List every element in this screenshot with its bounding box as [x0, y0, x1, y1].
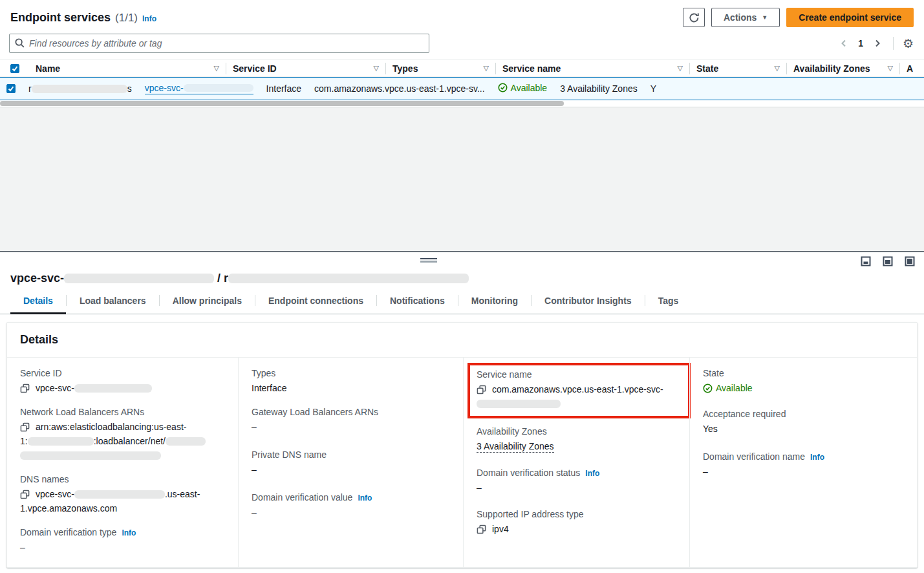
redacted-text: [477, 400, 561, 408]
redacted-text: [74, 384, 152, 393]
caret-down-icon: ▼: [762, 14, 768, 21]
status-available-icon: [703, 384, 713, 393]
service-name-highlight-box: Service name com.amazonaws.vpce.us-east-…: [467, 363, 691, 418]
panel-size-medium-icon[interactable]: [883, 256, 893, 266]
copy-icon[interactable]: [20, 384, 30, 393]
info-link[interactable]: Info: [810, 453, 824, 462]
copy-icon[interactable]: [477, 385, 486, 395]
field-domain-verification-type: Domain verification type Info –: [20, 527, 225, 554]
current-page-number: 1: [858, 38, 863, 49]
sort-icon[interactable]: ▽: [214, 64, 219, 72]
cell-service-id: vpce-svc-: [138, 83, 260, 94]
page-title: Endpoint services: [10, 11, 111, 25]
table-row[interactable]: rs vpce-svc- Interface com.amazonaws.vpc…: [0, 77, 924, 100]
sort-icon[interactable]: ▽: [374, 64, 379, 72]
field-nlb-arns: Network Load Balancers ARNs arn:aws:elas…: [20, 407, 225, 462]
details-column-3: Service name com.amazonaws.vpce.us-east-…: [463, 358, 689, 567]
actions-button[interactable]: Actions ▼: [711, 8, 780, 27]
column-header-name[interactable]: Name ▽: [29, 63, 226, 74]
cell-acceptance-partial: Y: [644, 83, 663, 94]
tab-contributor-insights[interactable]: Contributor Insights: [532, 290, 645, 314]
info-link[interactable]: Info: [122, 528, 136, 537]
detail-split-panel: vpce-svc- / r Details Load balancers All…: [0, 251, 924, 573]
copy-icon[interactable]: [20, 490, 30, 499]
row-checkbox[interactable]: [6, 84, 16, 93]
endpoint-services-table: Name ▽ Service ID ▽ Types ▽ Service name…: [0, 59, 924, 100]
copy-icon[interactable]: [477, 524, 486, 534]
tab-allow-principals[interactable]: Allow principals: [160, 290, 255, 314]
field-glb-arns: Gateway Load Balancers ARNs –: [252, 407, 450, 434]
availability-zones-popover-link[interactable]: 3 Availability Zones: [560, 83, 638, 94]
column-header-service-id[interactable]: Service ID ▽: [226, 63, 386, 74]
availability-zones-popover-link[interactable]: 3 Availability Zones: [477, 441, 554, 453]
table-toolbar: 1 ⚙: [0, 30, 924, 59]
redacted-text: [184, 84, 253, 92]
create-button-label: Create endpoint service: [799, 12, 901, 23]
redacted-text: [166, 437, 206, 446]
info-link[interactable]: Info: [585, 469, 599, 478]
info-link[interactable]: Info: [358, 493, 372, 503]
tab-load-balancers[interactable]: Load balancers: [67, 290, 159, 314]
column-header-types[interactable]: Types ▽: [386, 63, 496, 74]
actions-button-label: Actions: [724, 12, 757, 23]
next-page-button[interactable]: [871, 37, 884, 50]
endpoint-services-panel: Endpoint services (1/1) Info Actions ▼ C…: [0, 0, 924, 107]
column-header-availability-zones[interactable]: Availability Zones ▽: [787, 63, 900, 74]
search-icon: [14, 38, 25, 49]
field-service-name: Service name com.amazonaws.vpce.us-east-…: [477, 369, 682, 411]
preferences-gear-icon[interactable]: ⚙: [903, 38, 914, 50]
toolbar-divider: [893, 37, 894, 50]
sort-icon[interactable]: ▽: [888, 64, 893, 72]
result-count: (1/1): [115, 12, 138, 25]
field-availability-zones: Availability Zones 3 Availability Zones: [477, 426, 676, 453]
details-card-title: Details: [7, 323, 917, 358]
cell-service-name: com.amazonaws.vpce.us-east-1.vpce-sv...: [308, 83, 491, 94]
sort-icon[interactable]: ▽: [775, 64, 780, 72]
field-domain-verification-name: Domain verification name Info –: [703, 451, 904, 479]
detail-tabs: Details Load balancers Allow principals …: [0, 290, 924, 314]
split-panel-drag-handle[interactable]: [420, 258, 437, 263]
row-select-cell: [0, 84, 22, 93]
tab-tags[interactable]: Tags: [645, 290, 692, 314]
select-all-checkbox[interactable]: [10, 64, 19, 73]
field-supported-ip-address-type: Supported IP address type ipv4: [477, 509, 676, 536]
previous-page-button[interactable]: [837, 37, 850, 50]
redacted-text: [20, 451, 161, 460]
horizontal-scrollbar: [0, 100, 924, 107]
panel-size-full-icon[interactable]: [905, 256, 915, 266]
field-domain-verification-status: Domain verification status Info –: [477, 468, 676, 495]
field-private-dns-name: Private DNS name –: [252, 449, 450, 477]
sort-icon[interactable]: ▽: [678, 64, 683, 72]
details-card: Details Service ID vpce-svc- Network Loa…: [6, 322, 918, 568]
redacted-text: [74, 490, 165, 499]
selected-resource-title: vpce-svc- / r: [0, 270, 924, 290]
refresh-button[interactable]: [683, 8, 705, 27]
status-available-icon: [498, 83, 508, 92]
service-id-link[interactable]: vpce-svc-: [145, 83, 253, 94]
tab-monitoring[interactable]: Monitoring: [458, 290, 531, 314]
search-input[interactable]: [9, 34, 429, 53]
select-all-cell: [0, 63, 29, 74]
cell-state: Available: [491, 83, 554, 95]
tab-endpoint-connections[interactable]: Endpoint connections: [255, 290, 376, 314]
tab-notifications[interactable]: Notifications: [377, 290, 458, 314]
search-box: [9, 34, 429, 53]
tab-details[interactable]: Details: [10, 290, 66, 314]
create-endpoint-service-button[interactable]: Create endpoint service: [786, 8, 914, 27]
field-domain-verification-value: Domain verification value Info –: [252, 492, 450, 519]
field-acceptance-required: Acceptance required Yes: [703, 409, 904, 436]
title-info-link[interactable]: Info: [142, 14, 156, 23]
table-header-row: Name ▽ Service ID ▽ Types ▽ Service name…: [0, 59, 924, 77]
field-types: Types Interface: [252, 368, 450, 395]
sort-icon[interactable]: ▽: [484, 64, 489, 72]
checkbox-check-icon: [12, 65, 18, 72]
column-header-acceptance-partial[interactable]: A: [900, 63, 924, 74]
redacted-text: [32, 85, 127, 93]
pagination: 1 ⚙: [837, 37, 914, 50]
horizontal-scrollbar-thumb[interactable]: [0, 101, 564, 106]
column-header-service-name[interactable]: Service name ▽: [496, 63, 690, 74]
column-header-state[interactable]: State ▽: [690, 63, 787, 74]
panel-size-small-icon[interactable]: [861, 256, 871, 266]
copy-icon[interactable]: [20, 422, 30, 432]
details-column-1: Service ID vpce-svc- Network Load Balanc…: [7, 358, 238, 567]
